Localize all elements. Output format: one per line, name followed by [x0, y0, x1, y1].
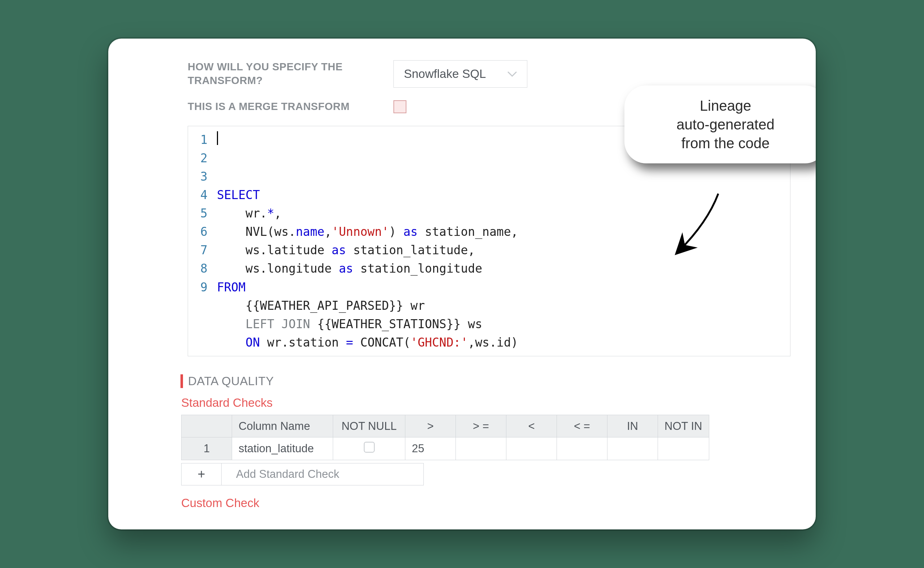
cell-lte[interactable] [557, 437, 607, 460]
header-gte: > = [456, 415, 506, 437]
cell-not-in[interactable] [658, 437, 709, 460]
transform-type-value: Snowflake SQL [404, 67, 486, 81]
annotation-callout: Lineage auto-generated from the code [624, 86, 816, 163]
header-lt: < [506, 415, 557, 437]
transform-type-row: HOW WILL YOU SPECIFY THE TRANSFORM? Snow… [133, 60, 791, 88]
cell-in[interactable] [607, 437, 658, 460]
add-check-label[interactable]: Add Standard Check [222, 463, 424, 485]
merge-transform-checkbox[interactable] [394, 100, 406, 113]
cell-gte[interactable] [456, 437, 506, 460]
plus-icon: + [197, 467, 205, 482]
cell-column-name[interactable]: station_latitude [232, 437, 333, 460]
code-body[interactable]: SELECT wr.*, NVL(ws.name,'Unnown') as st… [215, 126, 525, 356]
header-not-in: NOT IN [658, 415, 709, 437]
cell-gt[interactable]: 25 [405, 437, 456, 460]
text-cursor [217, 131, 218, 145]
standard-checks-table: Column Name NOT NULL > > = < < = IN NOT … [181, 415, 709, 460]
add-check-plus-button[interactable]: + [181, 463, 222, 485]
callout-line3: from the code [646, 134, 805, 153]
table-header-row: Column Name NOT NULL > > = < < = IN NOT … [182, 415, 709, 437]
header-rownum [182, 415, 232, 437]
callout-line1: Lineage [646, 96, 805, 115]
not-null-checkbox[interactable] [364, 442, 375, 453]
add-standard-check-row[interactable]: + Add Standard Check [181, 463, 791, 485]
standard-checks-table-wrap: Column Name NOT NULL > > = < < = IN NOT … [133, 415, 791, 460]
data-quality-title: DATA QUALITY [188, 374, 274, 388]
code-gutter: 123456789 [188, 126, 215, 356]
header-gt: > [405, 415, 456, 437]
transform-type-select[interactable]: Snowflake SQL [394, 60, 527, 88]
merge-transform-label: THIS IS A MERGE TRANSFORM [188, 100, 394, 113]
custom-check-title: Custom Check [133, 496, 791, 510]
header-not-null: NOT NULL [333, 415, 405, 437]
header-lte: < = [557, 415, 607, 437]
standard-checks-title: Standard Checks [133, 396, 791, 410]
header-column-name: Column Name [232, 415, 333, 437]
row-number: 1 [182, 437, 232, 460]
chevron-down-icon [507, 68, 517, 80]
header-in: IN [607, 415, 658, 437]
transform-config-card: HOW WILL YOU SPECIFY THE TRANSFORM? Snow… [108, 39, 816, 529]
transform-type-label: HOW WILL YOU SPECIFY THE TRANSFORM? [188, 60, 394, 87]
section-accent-bar [180, 374, 183, 388]
cell-not-null[interactable] [333, 437, 405, 460]
table-row: 1station_latitude25 [182, 437, 709, 460]
data-quality-header: DATA QUALITY [133, 374, 791, 388]
cell-lt[interactable] [506, 437, 557, 460]
callout-line2: auto-generated [646, 115, 805, 134]
